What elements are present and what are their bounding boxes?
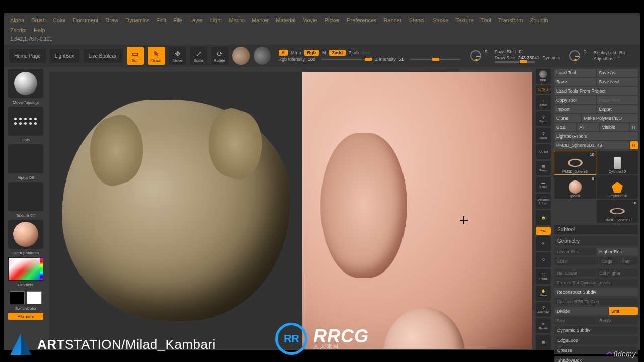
rot-ccw-button[interactable]: ⟲ xyxy=(536,252,551,267)
material-thumb[interactable] xyxy=(8,220,43,249)
grid-button[interactable]: ▦ xyxy=(536,335,551,350)
tool-thumb[interactable]: 8goat01 xyxy=(554,175,596,199)
move3d-button[interactable]: ✋Move xyxy=(536,286,551,301)
flag-mrgb[interactable]: Mrgb xyxy=(291,50,301,55)
scroll-button[interactable]: ↕Scroll xyxy=(536,95,551,110)
tab-home[interactable]: Home Page xyxy=(9,49,46,63)
flag-m[interactable]: M xyxy=(322,50,326,55)
re-button[interactable]: Re xyxy=(619,50,625,55)
sculpt-mesh[interactable] xyxy=(302,72,532,349)
geom-section[interactable]: EdgeLoop xyxy=(554,336,638,344)
menu-item[interactable]: Marker xyxy=(252,17,269,23)
export-button[interactable]: Export xyxy=(597,105,638,113)
panel-geometry[interactable]: Geometry xyxy=(554,236,638,246)
aahalf-button[interactable]: AAHalf xyxy=(536,144,551,159)
menu-item[interactable]: Document xyxy=(73,17,98,23)
tool-thumb[interactable]: 16PM3D_Sphere3 xyxy=(554,151,596,174)
menu-item[interactable]: Stroke xyxy=(433,17,449,23)
menu-item[interactable]: Zplugin xyxy=(530,17,548,23)
paste-tool-button[interactable]: Paste Tool xyxy=(597,96,638,104)
import-button[interactable]: Import xyxy=(554,105,596,113)
menu-item[interactable]: Stencil xyxy=(409,17,426,23)
panel-subtool[interactable]: Subtool xyxy=(554,225,638,234)
z-intensity-slider[interactable] xyxy=(410,59,460,60)
goz-button[interactable]: GoZ xyxy=(554,123,576,131)
freeze-subdiv-button[interactable]: Freeze SubDivision Levels xyxy=(554,279,638,286)
reuv-button[interactable]: ReUV xyxy=(597,317,638,324)
top-menu-row2[interactable]: Zscript Help xyxy=(4,27,640,36)
flag-rgb[interactable]: Rgb xyxy=(304,50,319,56)
sculpt-gizmo[interactable] xyxy=(232,47,250,65)
tool-r-button[interactable]: R xyxy=(630,141,638,149)
menu-item[interactable]: Texture xyxy=(455,17,473,23)
smt-button[interactable]: Smt xyxy=(609,307,638,315)
swatch-white[interactable] xyxy=(27,291,42,304)
make-polymesh-button[interactable]: Make PolyMesh3D xyxy=(582,114,638,122)
flag-a[interactable]: A xyxy=(279,50,288,56)
save-next-button[interactable]: Save Next xyxy=(597,78,638,86)
tab-lightbox[interactable]: LightBox xyxy=(50,49,79,63)
tool-thumb[interactable]: Cylinder3D xyxy=(597,151,638,174)
zoom3d-button[interactable]: ⚲Zoom3D xyxy=(536,302,551,317)
adjust-dial[interactable] xyxy=(569,50,580,61)
del-lower-button[interactable]: Del Lower xyxy=(554,269,596,277)
flag-zsub[interactable]: Zsub xyxy=(349,50,359,55)
mode-edit[interactable]: ▭Edit xyxy=(127,47,144,65)
menu-item[interactable]: Material xyxy=(276,17,295,23)
color-picker[interactable] xyxy=(8,257,43,281)
menu-item[interactable]: Help xyxy=(34,27,45,33)
menu-item[interactable]: Alpha xyxy=(10,17,24,23)
top-menu[interactable]: Alpha Brush Color Document Draw Dynamics… xyxy=(4,13,640,27)
rot-cw-button[interactable]: ⟳ xyxy=(536,236,551,251)
actual-button[interactable]: ⚲Actual xyxy=(536,128,551,143)
lock-button[interactable]: 🔒 xyxy=(536,210,551,225)
lower-res-button[interactable]: Lower Res xyxy=(554,248,596,255)
save-button[interactable]: Save xyxy=(554,78,596,86)
dynamic-label[interactable]: Dynamic xyxy=(542,55,560,60)
tool-thumb[interactable]: SimpleBrush xyxy=(597,175,638,199)
geom-section[interactable]: Dynamic Subdiv xyxy=(554,326,638,334)
higher-res-button[interactable]: Higher Res xyxy=(597,248,638,255)
viewport[interactable] xyxy=(48,67,533,350)
gizmo-ball[interactable] xyxy=(254,47,271,65)
menu-item[interactable]: Layer xyxy=(189,17,203,23)
persp-button[interactable]: ▦Persp xyxy=(536,161,551,176)
tool-name-field[interactable]: PM3D_Sphere3D1. 49 xyxy=(554,141,629,149)
mode-draw[interactable]: ✎Draw xyxy=(148,47,165,65)
rotate3d-button[interactable]: ⟳Rotate xyxy=(536,318,551,333)
tool-thumb[interactable]: 16PM3D_Sphere3 xyxy=(597,200,638,223)
menu-item[interactable]: Draw xyxy=(105,17,118,23)
divide-button[interactable]: Divide xyxy=(554,307,608,315)
menu-item[interactable]: File xyxy=(173,17,182,23)
stroke-thumb[interactable] xyxy=(8,107,43,136)
menu-item[interactable]: Brush xyxy=(31,17,46,23)
clone-button[interactable]: Clone xyxy=(554,114,581,122)
frame-button[interactable]: ⛶Frame xyxy=(536,269,551,284)
switchcolor-label[interactable]: SwitchColor xyxy=(15,305,37,312)
menu-item[interactable]: Color xyxy=(53,17,66,23)
draw-size-slider[interactable] xyxy=(495,61,535,63)
menu-item[interactable]: Dynamics xyxy=(125,17,149,23)
lightbox-tools-button[interactable]: Lightbox▸Tools xyxy=(554,132,638,140)
rgb-intensity-slider[interactable] xyxy=(321,59,372,60)
menu-item[interactable]: Edit xyxy=(156,17,166,23)
menu-item[interactable]: Preferences xyxy=(347,17,376,23)
menu-item[interactable]: Tool xyxy=(481,17,491,23)
focal-dial[interactable] xyxy=(470,50,481,61)
mode-rotate[interactable]: ⟳Rotate xyxy=(211,47,228,65)
rstr-button[interactable]: Rstr xyxy=(619,257,638,265)
menu-item[interactable]: Light xyxy=(210,17,222,23)
goz-all-button[interactable]: All xyxy=(577,123,599,131)
del-higher-button[interactable]: Del Higher xyxy=(597,269,638,277)
xyz-button[interactable]: xyz xyxy=(536,227,551,235)
dynamic-button[interactable]: dynamicL.Sym xyxy=(536,194,551,209)
load-tool-button[interactable]: Load Tool xyxy=(554,69,596,77)
swatch-black[interactable] xyxy=(10,291,25,304)
goz-visible-button[interactable]: Visible xyxy=(600,123,629,131)
menu-item[interactable]: Render xyxy=(384,17,402,23)
menu-item[interactable]: Macro xyxy=(229,17,245,23)
flag-zadd[interactable]: Zadd xyxy=(329,50,346,56)
alpha-thumb[interactable] xyxy=(8,144,43,173)
tab-liveboolean[interactable]: Live Boolean xyxy=(84,49,123,63)
zoom-button[interactable]: ⚲Zoom xyxy=(536,111,551,126)
